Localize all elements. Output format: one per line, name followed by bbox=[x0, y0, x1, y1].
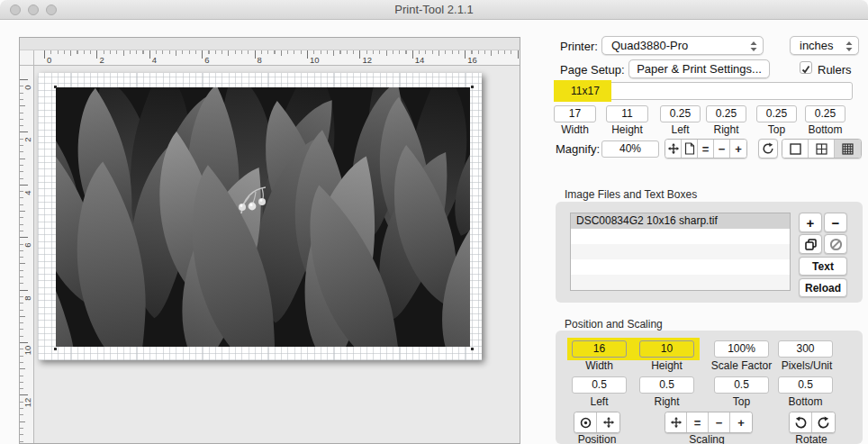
add-image-button[interactable]: + bbox=[799, 213, 822, 232]
rotate-ccw-icon bbox=[794, 416, 808, 430]
page-setup-label: Page Setup: bbox=[560, 63, 625, 77]
list-row-empty bbox=[571, 244, 790, 259]
page-width-field[interactable]: 17 bbox=[554, 105, 596, 122]
chevron-updown-icon bbox=[748, 40, 759, 53]
margin-right-field[interactable]: 0.25 bbox=[706, 105, 746, 122]
grid-fine-button[interactable] bbox=[835, 140, 861, 158]
window-title: Print-Tool 2.1.1 bbox=[0, 3, 868, 16]
grid-fine-icon bbox=[842, 143, 854, 155]
margin-top-field[interactable]: 0.25 bbox=[756, 105, 797, 122]
move-arrows-icon bbox=[602, 416, 615, 429]
offset-bottom-label: Bottom bbox=[778, 395, 833, 408]
units-select[interactable]: inches bbox=[790, 36, 859, 55]
offset-top-field[interactable]: 0.5 bbox=[714, 376, 769, 394]
image-width-field[interactable]: 16 bbox=[572, 340, 627, 358]
page-viewport bbox=[34, 66, 520, 443]
remove-image-button[interactable]: − bbox=[824, 213, 847, 232]
disable-image-button[interactable] bbox=[824, 234, 847, 254]
page-height-field[interactable]: 11 bbox=[606, 105, 648, 122]
hruler-label: 4 bbox=[152, 55, 157, 65]
offset-right-field[interactable]: 0.5 bbox=[639, 376, 694, 394]
offset-bottom-field[interactable]: 0.5 bbox=[778, 376, 833, 394]
margin-bottom-label: Bottom bbox=[805, 123, 845, 136]
hruler-label: 14 bbox=[415, 55, 425, 65]
move-arrows-icon bbox=[667, 142, 680, 155]
scaling-group-label: Scaling bbox=[673, 433, 741, 444]
checkmark-icon bbox=[800, 64, 811, 75]
pixels-per-unit-label: Pixels/Unit bbox=[772, 359, 842, 372]
list-row-empty bbox=[571, 275, 790, 290]
move-position-button[interactable] bbox=[597, 412, 619, 432]
scale-down-button[interactable]: − bbox=[709, 412, 730, 432]
vertical-ruler: 02468101214 bbox=[20, 66, 34, 443]
scale-up-button[interactable]: + bbox=[730, 412, 752, 432]
scale-fit-button[interactable]: = bbox=[687, 412, 709, 432]
zoom-out-button[interactable]: − bbox=[714, 140, 730, 158]
pan-view-button[interactable] bbox=[665, 140, 682, 158]
pixels-per-unit-field[interactable]: 300 bbox=[778, 340, 833, 358]
rulers-checkbox[interactable] bbox=[800, 61, 812, 74]
rotate-cw-button[interactable] bbox=[812, 412, 835, 432]
image-height-field[interactable]: 10 bbox=[639, 340, 694, 358]
preview-canvas[interactable]: 0246810121416 02468101214 bbox=[19, 37, 520, 444]
move-arrows-icon bbox=[670, 416, 683, 429]
grid-coarse-button[interactable] bbox=[809, 140, 835, 158]
hruler-label: 2 bbox=[99, 55, 104, 65]
rotate-cw-icon bbox=[817, 416, 830, 430]
selection-handle-topleft[interactable] bbox=[54, 86, 57, 88]
vruler-label: 4 bbox=[23, 186, 32, 200]
grid-off-button[interactable] bbox=[782, 140, 809, 158]
grid-none-icon bbox=[790, 143, 801, 155]
rulers-checkbox-label: Rulers bbox=[818, 63, 852, 77]
page-icon bbox=[684, 142, 695, 155]
vruler-label: 2 bbox=[23, 132, 32, 147]
image-files-list[interactable]: DSC00834G2 10x16 sharp.tif bbox=[570, 213, 791, 291]
scale-free-button[interactable] bbox=[665, 412, 687, 432]
fit-page-button[interactable] bbox=[682, 140, 698, 158]
list-row-empty bbox=[571, 259, 790, 275]
vruler-label: 10 bbox=[23, 343, 32, 358]
page-height-label: Height bbox=[606, 123, 648, 136]
add-text-button[interactable]: Text bbox=[799, 257, 847, 276]
selection-handle-topright[interactable] bbox=[471, 86, 474, 88]
image-height-label: Height bbox=[639, 359, 694, 372]
list-item[interactable]: DSC00834G2 10x16 sharp.tif bbox=[571, 213, 790, 229]
margin-bottom-field[interactable]: 0.25 bbox=[805, 105, 845, 122]
hruler-label: 6 bbox=[204, 55, 209, 65]
scale-factor-field[interactable]: 100% bbox=[714, 340, 769, 358]
center-position-button[interactable] bbox=[574, 412, 597, 432]
hruler-label: 0 bbox=[47, 55, 51, 65]
disable-icon bbox=[829, 238, 843, 251]
photo-preview[interactable] bbox=[56, 87, 470, 347]
list-row-empty bbox=[571, 229, 790, 244]
offset-left-field[interactable]: 0.5 bbox=[572, 376, 627, 394]
vruler-label: 8 bbox=[23, 291, 32, 305]
chevron-updown-icon bbox=[844, 40, 854, 53]
selection-handle-bottomright[interactable] bbox=[471, 348, 474, 350]
hruler-label: 10 bbox=[310, 55, 320, 65]
hruler-label: 8 bbox=[258, 55, 262, 65]
vruler-label: 12 bbox=[23, 395, 32, 410]
magnify-field[interactable]: 40% bbox=[601, 140, 659, 158]
hruler-label: 12 bbox=[362, 55, 372, 65]
rotate-ccw-button[interactable] bbox=[790, 412, 812, 432]
position-group-label: Position bbox=[563, 433, 631, 444]
margin-left-label: Left bbox=[660, 123, 701, 136]
reload-button[interactable]: Reload bbox=[799, 278, 847, 297]
offset-left-label: Left bbox=[572, 395, 627, 408]
scale-factor-label: Scale Factor bbox=[705, 359, 778, 372]
refresh-view-button[interactable] bbox=[758, 139, 778, 159]
printer-value: Quad3880-Pro bbox=[611, 39, 688, 52]
margin-left-field[interactable]: 0.25 bbox=[660, 105, 701, 122]
zoom-in-button[interactable]: + bbox=[730, 140, 746, 158]
magnify-label: Magnify: bbox=[556, 142, 600, 156]
paper-page[interactable] bbox=[38, 73, 482, 360]
selection-handle-bottomleft[interactable] bbox=[54, 348, 57, 350]
duplicate-image-button[interactable] bbox=[799, 234, 822, 254]
zoom-actual-button[interactable]: = bbox=[698, 140, 714, 158]
horizontal-ruler: 0246810121416 bbox=[34, 50, 520, 66]
printer-select[interactable]: Quad3880-Pro bbox=[601, 36, 764, 55]
paper-print-settings-button[interactable]: Paper & Print Settings... bbox=[628, 59, 770, 78]
printer-label: Printer: bbox=[560, 40, 598, 53]
title-bar: Print-Tool 2.1.1 bbox=[0, 0, 868, 20]
